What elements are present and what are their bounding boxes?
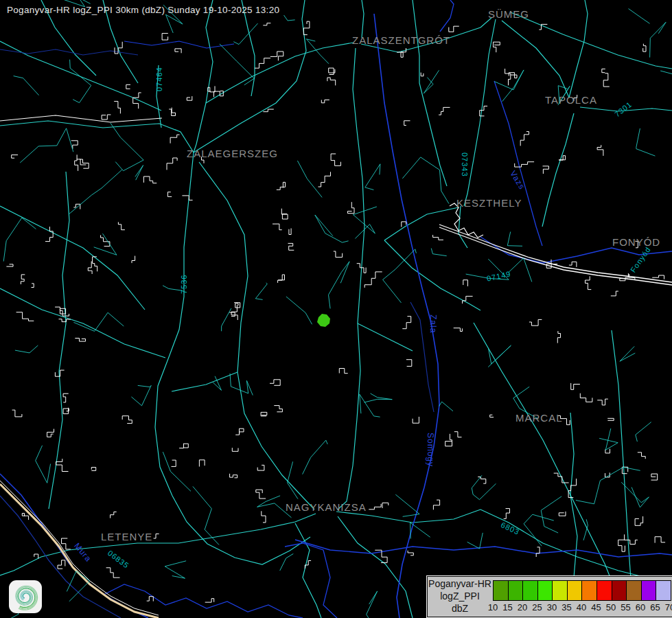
building-outline <box>101 235 110 246</box>
building-outline <box>47 429 54 437</box>
building-outline <box>402 317 410 329</box>
cyan-road-network <box>0 0 672 618</box>
minor-road <box>280 553 294 571</box>
building-outline <box>421 73 424 76</box>
building-outline <box>515 162 534 167</box>
dbz-tick-55: 55 <box>621 602 630 613</box>
building-outline <box>22 514 28 520</box>
minor-road <box>365 164 380 190</box>
colorbar-cell <box>494 581 509 600</box>
colorbar-cell <box>642 581 657 600</box>
city-label-tapolca: TAPOLCA <box>545 94 597 106</box>
building-outline <box>559 512 566 516</box>
minor-road <box>165 561 186 578</box>
building-outline <box>63 393 69 402</box>
spiral-stroke <box>23 597 25 598</box>
building-outline <box>34 554 38 558</box>
building-outline <box>603 73 610 87</box>
building-outline <box>58 560 65 569</box>
building-outline <box>214 91 224 98</box>
building-outline <box>520 132 529 146</box>
building-outline <box>75 339 85 342</box>
building-outline <box>607 418 614 420</box>
dbz-tick-40: 40 <box>577 602 586 613</box>
minor-road <box>424 70 439 93</box>
building-outline <box>303 21 310 34</box>
building-outline <box>205 599 214 602</box>
building-outline <box>132 256 135 264</box>
building-outline <box>289 229 291 235</box>
building-outline <box>620 273 629 281</box>
building-outline <box>454 432 462 437</box>
building-outline <box>586 276 592 289</box>
dbz-tick-50: 50 <box>606 602 616 613</box>
building-outline <box>638 453 645 459</box>
building-outline <box>262 511 266 523</box>
minor-road <box>524 514 554 546</box>
minor-road <box>306 39 329 64</box>
building-outline <box>454 328 463 332</box>
building-outline <box>478 477 486 484</box>
minor-road <box>163 286 182 290</box>
road-label-7536: 7536 <box>180 275 188 294</box>
map-graphics <box>0 0 672 618</box>
minor-road <box>135 165 143 181</box>
building-outlines <box>6 21 665 602</box>
building-outline <box>602 69 605 72</box>
building-outline <box>580 393 592 402</box>
building-outline <box>597 399 608 405</box>
minor-road <box>163 452 191 491</box>
minor-road <box>220 44 255 85</box>
building-outline <box>170 135 179 144</box>
colorbar-cell <box>597 581 612 600</box>
building-outline <box>255 58 270 69</box>
minor-road <box>488 345 511 367</box>
building-outline <box>568 479 577 498</box>
minor-road <box>14 76 39 95</box>
building-outline <box>625 534 638 544</box>
building-outline <box>77 159 86 165</box>
building-outline <box>543 166 549 174</box>
spiral-stroke <box>21 588 30 590</box>
building-outline <box>147 597 154 602</box>
city-label-zalaegerszeg: ZALAEGERSZEG <box>187 148 278 159</box>
colorbar-cell <box>627 581 642 600</box>
building-outline <box>618 540 625 551</box>
building-outline <box>114 102 120 114</box>
colorbar-cell <box>509 581 524 600</box>
colorbar-cell <box>612 581 627 600</box>
building-outline <box>559 156 566 160</box>
building-outline <box>369 504 381 510</box>
minor-road <box>402 157 449 204</box>
building-outline <box>490 415 494 417</box>
dbz-tick-30: 30 <box>547 602 557 613</box>
minor-road <box>353 207 377 238</box>
colorbar-cell <box>656 581 671 600</box>
building-outline <box>439 107 450 115</box>
minor-road <box>297 161 322 197</box>
building-outline <box>288 243 294 250</box>
minor-road <box>636 128 656 156</box>
minor-road <box>94 233 117 255</box>
city-label-marcal: MARCAL <box>515 412 563 424</box>
building-outline <box>529 319 542 325</box>
legend-caption: Poganyvar-HR logZ_PPI dbZ <box>428 577 492 615</box>
building-outline <box>321 100 329 103</box>
building-outline <box>179 444 188 448</box>
building-outline <box>21 275 25 284</box>
minor-road <box>69 170 122 214</box>
colorbar-cell <box>538 581 553 600</box>
minor-road <box>67 571 89 602</box>
city-label-zalaszentgrót: ZALASZENTGRÓT <box>352 34 450 46</box>
building-outline <box>569 262 577 267</box>
building-outline <box>334 251 343 258</box>
building-outline <box>449 26 459 32</box>
building-outline <box>433 500 439 510</box>
building-outline <box>62 538 71 549</box>
road-label-07464: 07464 <box>155 67 163 91</box>
minor-road <box>410 523 430 539</box>
building-outline <box>167 158 177 170</box>
building-outline <box>504 509 510 519</box>
minor-road <box>507 232 522 247</box>
building-outline <box>63 408 69 414</box>
